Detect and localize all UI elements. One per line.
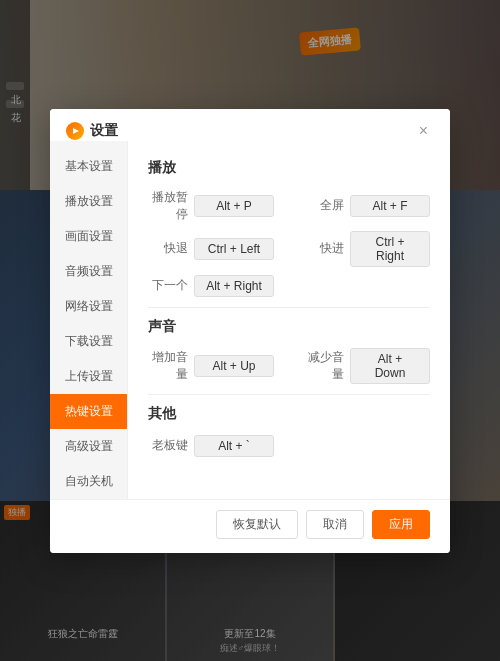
label-vol-up: 增加音量 xyxy=(148,349,188,383)
sidebar-item-audio[interactable]: 音频设置 xyxy=(50,254,127,289)
sidebar-item-network[interactable]: 网络设置 xyxy=(50,289,127,324)
shortcut-row-vol: 增加音量 Alt + Up 减少音量 Alt + Down xyxy=(148,348,430,384)
label-rewind: 快退 xyxy=(148,240,188,257)
key-boss[interactable]: Alt + ` xyxy=(194,435,274,457)
sidebar-item-playback[interactable]: 播放设置 xyxy=(50,184,127,219)
sidebar-item-autoshutdown[interactable]: 自动关机 xyxy=(50,464,127,499)
modal-title-row: 设置 xyxy=(66,122,118,140)
separator-2 xyxy=(148,394,430,395)
modal-footer: 恢复默认 取消 应用 xyxy=(50,499,450,553)
shortcut-pair-vol-up: 增加音量 Alt + Up xyxy=(148,348,274,384)
shortcut-row-boss: 老板键 Alt + ` xyxy=(148,435,430,457)
modal-title: 设置 xyxy=(90,122,118,140)
key-next[interactable]: Alt + Right xyxy=(194,275,274,297)
settings-sidebar: 基本设置 播放设置 画面设置 音频设置 网络设置 下载设置 上传设置 热键设置 … xyxy=(50,141,128,499)
sidebar-item-download[interactable]: 下载设置 xyxy=(50,324,127,359)
label-play-pause: 播放暂停 xyxy=(148,189,188,223)
shortcut-row-2: 快退 Ctrl + Left 快进 Ctrl + Right xyxy=(148,231,430,267)
key-forward[interactable]: Ctrl + Right xyxy=(350,231,430,267)
shortcut-pair-fullscreen: 全屏 Alt + F xyxy=(304,189,430,223)
svg-marker-0 xyxy=(73,128,79,134)
cancel-button[interactable]: 取消 xyxy=(306,510,364,539)
label-vol-down: 减少音量 xyxy=(304,349,344,383)
label-next: 下一个 xyxy=(148,277,188,294)
shortcut-pair-forward: 快进 Ctrl + Right xyxy=(304,231,430,267)
content-area: 播放 播放暂停 Alt + P 全屏 Alt + F 快退 xyxy=(128,141,450,499)
restore-default-button[interactable]: 恢复默认 xyxy=(216,510,298,539)
key-play-pause[interactable]: Alt + P xyxy=(194,195,274,217)
shortcut-row-1: 播放暂停 Alt + P 全屏 Alt + F xyxy=(148,189,430,223)
close-button[interactable]: × xyxy=(413,121,434,141)
shortcut-row-3: 下一个 Alt + Right xyxy=(148,275,430,297)
shortcut-pair-play: 播放暂停 Alt + P xyxy=(148,189,274,223)
key-rewind[interactable]: Ctrl + Left xyxy=(194,238,274,260)
modal-overlay: 设置 × 基本设置 播放设置 画面设置 音频设置 网络设置 下载设置 上传设置 … xyxy=(0,0,500,661)
modal-header: 设置 × xyxy=(50,109,450,141)
apply-button[interactable]: 应用 xyxy=(372,510,430,539)
key-vol-up[interactable]: Alt + Up xyxy=(194,355,274,377)
sidebar-item-basic[interactable]: 基本设置 xyxy=(50,149,127,184)
shortcut-pair-next: 下一个 Alt + Right xyxy=(148,275,274,297)
key-fullscreen[interactable]: Alt + F xyxy=(350,195,430,217)
shortcut-pair-vol-down: 减少音量 Alt + Down xyxy=(304,348,430,384)
sidebar-item-advanced[interactable]: 高级设置 xyxy=(50,429,127,464)
sidebar-item-hotkey[interactable]: 热键设置 xyxy=(50,394,127,429)
shortcut-pair-rewind: 快退 Ctrl + Left xyxy=(148,231,274,267)
shortcut-pair-boss: 老板键 Alt + ` xyxy=(148,435,274,457)
key-vol-down[interactable]: Alt + Down xyxy=(350,348,430,384)
sidebar-item-screen[interactable]: 画面设置 xyxy=(50,219,127,254)
section-title-other: 其他 xyxy=(148,405,430,423)
section-title-playback: 播放 xyxy=(148,159,430,177)
separator-1 xyxy=(148,307,430,308)
modal-body: 基本设置 播放设置 画面设置 音频设置 网络设置 下载设置 上传设置 热键设置 … xyxy=(50,141,450,499)
label-fullscreen: 全屏 xyxy=(304,197,344,214)
section-title-audio: 声音 xyxy=(148,318,430,336)
label-boss: 老板键 xyxy=(148,437,188,454)
sidebar-item-upload[interactable]: 上传设置 xyxy=(50,359,127,394)
settings-modal: 设置 × 基本设置 播放设置 画面设置 音频设置 网络设置 下载设置 上传设置 … xyxy=(50,109,450,553)
app-logo-icon xyxy=(66,122,84,140)
label-forward: 快进 xyxy=(304,240,344,257)
